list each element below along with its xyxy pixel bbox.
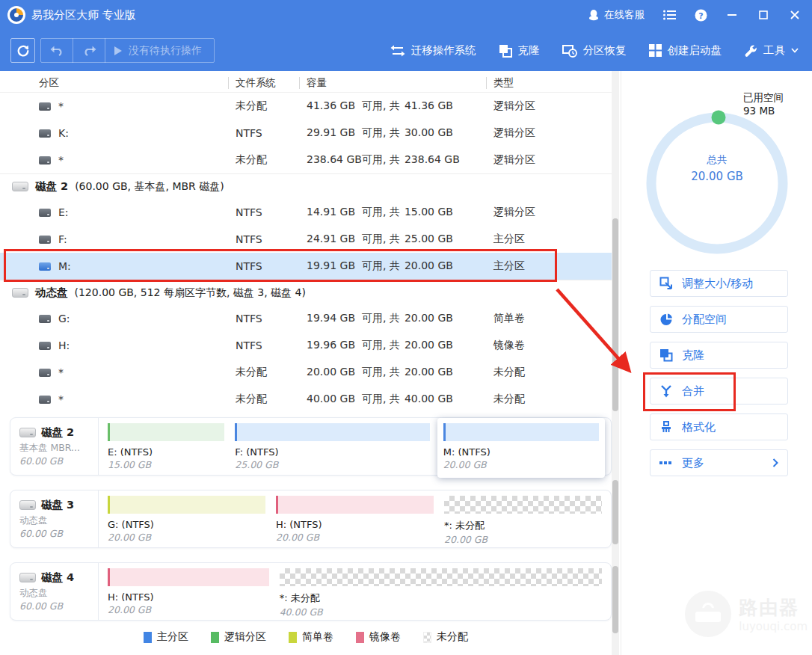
partition-type: 逻辑分区 <box>486 126 612 140</box>
partition-fs: NTFS <box>228 127 299 139</box>
disk-label[interactable]: 磁盘 3 动态盘 60.00 GB <box>10 491 99 547</box>
operations-list-icon[interactable] <box>662 8 676 22</box>
disk-panel-2: 磁盘 2 基本盘 MBR... 60.00 GB E: (NTFS) 15.00… <box>10 417 612 476</box>
partition-recovery-label: 分区恢复 <box>583 43 627 58</box>
table-row[interactable]: * 未分配 20.00 GB可用, 共20.00 GB 未分配 <box>0 359 612 386</box>
partition-recovery-button[interactable]: 分区恢复 <box>562 43 627 58</box>
partition-capacity: 24.91 GB可用, 共25.00 GB <box>299 233 486 246</box>
partition-fs: NTFS <box>228 339 299 351</box>
partition-label: M: (NTFS) <box>443 446 599 458</box>
partition-fs: 未分配 <box>228 366 299 379</box>
partition-capacity: 19.91 GB可用, 共20.00 GB <box>299 259 486 273</box>
partition-block-e[interactable]: E: (NTFS) 15.00 GB <box>108 423 224 475</box>
table-row[interactable]: * 未分配 238.64 GB可用, 共238.64 GB 逻辑分区 <box>0 147 612 173</box>
minimize-button[interactable] <box>725 8 739 22</box>
create-boot-disk-button[interactable]: 创建启动盘 <box>649 43 722 58</box>
merge-label: 合并 <box>682 384 704 399</box>
migrate-os-button[interactable]: 迁移操作系统 <box>390 43 476 58</box>
disk-group-row[interactable]: 磁盘 2 (60.00 GB, 基本盘, MBR 磁盘) <box>0 173 612 199</box>
usage-donut: 已用空间 93 MB 总共 20.00 GB <box>621 71 812 258</box>
maximize-button[interactable] <box>757 8 770 22</box>
legend-swatch-logical <box>211 632 219 643</box>
drive-icon <box>39 209 51 217</box>
disk-name: 磁盘 2 <box>41 425 74 440</box>
clone-partition-button[interactable]: 克隆 <box>650 342 788 369</box>
wrench-icon <box>744 44 757 58</box>
partition-bar-unallocated <box>280 568 602 586</box>
help-icon[interactable]: ? <box>694 8 707 22</box>
legend-label: 镜像卷 <box>369 630 401 644</box>
clone-partition-label: 克隆 <box>682 348 704 363</box>
drive-icon <box>39 369 51 377</box>
partition-fs: NTFS <box>228 206 299 218</box>
partition-capacity: 19.94 GB可用, 共20.00 GB <box>299 312 486 325</box>
allocate-space-button[interactable]: 分配空间 <box>650 306 788 333</box>
disk-kind: 基本盘 MBR... <box>19 442 93 455</box>
partition-block-m-selected[interactable]: M: (NTFS) 20.00 GB <box>437 418 605 478</box>
disk-group-row[interactable]: 动态盘 (120.00 GB, 512 每扇区字节数, 磁盘 3, 磁盘 4) <box>0 280 612 305</box>
scrollbar-thumb[interactable] <box>612 218 618 411</box>
partition-label: H: (NTFS) <box>276 519 434 530</box>
partition-block-unallocated[interactable]: *: 未分配 40.00 GB <box>280 568 602 620</box>
scrollbar-thumb[interactable] <box>612 566 618 633</box>
refresh-button[interactable] <box>10 38 35 63</box>
format-button[interactable]: 格式化 <box>650 413 788 440</box>
vertical-scrollbar[interactable] <box>612 71 619 655</box>
more-label: 更多 <box>682 456 704 470</box>
table-row[interactable]: F: NTFS 24.91 GB可用, 共25.00 GB 主分区 <box>0 226 612 253</box>
refresh-icon <box>16 44 30 58</box>
partition-type: 逻辑分区 <box>486 99 612 113</box>
online-service-button[interactable]: 在线客服 <box>588 8 645 22</box>
drive-icon <box>39 102 51 111</box>
table-row[interactable]: K: NTFS 29.91 GB可用, 共30.00 GB 逻辑分区 <box>0 120 612 147</box>
table-row[interactable]: H: NTFS 19.96 GB可用, 共20.00 GB 镜像卷 <box>0 332 612 359</box>
table-row[interactable]: * 未分配 40.00 GB可用, 共40.00 GB 未分配 <box>0 386 612 413</box>
partition-block-h[interactable]: H: (NTFS) 20.00 GB <box>276 496 434 547</box>
scrollbar-thumb[interactable] <box>612 480 618 544</box>
disk-icon <box>19 428 36 437</box>
table-row[interactable]: G: NTFS 19.94 GB可用, 共20.00 GB 简单卷 <box>0 305 612 332</box>
pending-ops-label: 没有待执行操作 <box>129 44 202 58</box>
partition-block-unallocated[interactable]: *: 未分配 20.00 GB <box>444 496 602 547</box>
partition-type: 未分配 <box>486 366 612 379</box>
disk-icon <box>19 573 36 582</box>
more-dots-icon <box>659 456 673 470</box>
partition-bar <box>108 568 269 586</box>
partition-block-g[interactable]: G: (NTFS) 20.00 GB <box>108 496 265 547</box>
resize-move-button[interactable]: 调整大小/移动 <box>650 270 788 297</box>
toolbar: 没有待执行操作 迁移操作系统 克隆 <box>0 30 812 71</box>
close-button[interactable] <box>788 8 802 22</box>
clone-icon <box>499 44 512 58</box>
partition-fs: 未分配 <box>228 153 299 167</box>
router-icon <box>685 591 731 637</box>
more-button[interactable]: 更多 <box>650 449 788 476</box>
used-space-label: 已用空间 93 MB <box>743 90 784 117</box>
table-row[interactable]: E: NTFS 14.91 GB可用, 共15.00 GB 逻辑分区 <box>0 199 612 226</box>
execute-pending-button[interactable]: 没有待执行操作 <box>105 44 214 58</box>
chevron-right-icon <box>772 458 778 467</box>
disk-kind: 动态盘 <box>19 587 93 600</box>
undo-button[interactable] <box>41 39 73 62</box>
merge-icon <box>659 384 673 398</box>
partition-block-f[interactable]: F: (NTFS) 25.00 GB <box>235 423 429 475</box>
partition-name: * <box>58 100 64 112</box>
disk-label[interactable]: 磁盘 4 动态盘 60.00 GB <box>10 563 99 620</box>
partition-bar <box>108 496 265 514</box>
disk-icon <box>12 182 28 191</box>
clone-button[interactable]: 克隆 <box>499 43 540 58</box>
table-row-selected[interactable]: M: NTFS 19.91 GB可用, 共20.00 GB 主分区 <box>0 253 612 280</box>
drive-icon <box>39 315 51 323</box>
disk-name: 磁盘 2 <box>35 179 68 194</box>
partition-name: * <box>58 393 64 405</box>
tools-menu-button[interactable]: 工具 <box>744 43 799 58</box>
redo-button[interactable] <box>73 39 105 62</box>
table-header: 分区 文件系统 容量 类型 <box>0 73 612 93</box>
create-boot-disk-label: 创建启动盘 <box>668 43 722 58</box>
partition-size: 20.00 GB <box>443 459 599 470</box>
titlebar: 易我分区大师 专业版 在线客服 ? <box>0 0 812 30</box>
disk-label[interactable]: 磁盘 2 基本盘 MBR... 60.00 GB <box>10 418 99 475</box>
merge-button[interactable]: 合并 <box>650 378 788 405</box>
partition-block-h2[interactable]: H: (NTFS) 20.00 GB <box>108 568 269 620</box>
table-row[interactable]: * 未分配 41.36 GB可用, 共41.36 GB 逻辑分区 <box>0 93 612 120</box>
resize-icon <box>659 277 673 290</box>
